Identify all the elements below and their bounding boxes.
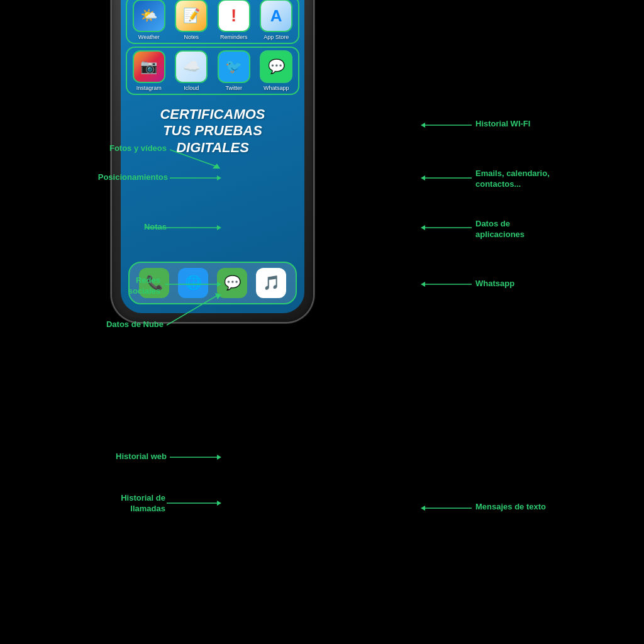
row2-highlight: 🌤️ Weather 📝 Notes ! Reminders A App Sto… [126,0,299,44]
svg-marker-19 [421,225,425,230]
ann-historial-web: Historial web [69,452,167,462]
svg-marker-23 [421,506,425,511]
app-reminders[interactable]: ! Reminders [214,0,253,40]
app-weather[interactable]: 🌤️ Weather [130,0,169,40]
svg-marker-21 [421,282,425,287]
twitter-icon: 🐦 [218,50,250,83]
phone-screen: 12:00 ▌▌▌ 📶 ▬ 🗺️ Maps CAL [121,0,304,313]
weather-icon: 🌤️ [133,0,165,32]
ann-posicionamientos: Posicionamientos [47,172,168,183]
ann-datos-app: Datos deaplicaciones [475,219,525,240]
svg-marker-13 [217,501,221,506]
icloud-label: Icloud [184,85,199,91]
app-notes[interactable]: 📝 Notes [172,0,211,40]
phone-frame: 12:00 ▌▌▌ 📶 ▬ 🗺️ Maps CAL [112,0,313,322]
ann-mensajes: Mensajes de texto [475,502,546,513]
app-row-3: 📷 Instagram ☁️ Icloud 🐦 Twitter 💬 Whatsa… [130,50,296,91]
reminders-label: Reminders [220,34,248,40]
twitter-label: Twitter [225,85,242,91]
ann-whatsapp: Whatsapp [475,279,514,289]
app-row-2: 🌤️ Weather 📝 Notes ! Reminders A App Sto… [130,0,296,40]
app-instagram[interactable]: 📷 Instagram [130,50,169,91]
dock-safari[interactable]: 🌐 [178,268,208,298]
svg-marker-15 [421,123,425,128]
instagram-icon: 📷 [133,50,165,83]
ann-notas: Notas [91,222,167,233]
row3-highlight: 📷 Instagram ☁️ Icloud 🐦 Twitter 💬 Whatsa… [126,47,299,95]
whatsapp-label: Whatsapp [264,85,289,91]
ann-historial-llamadas: Historial dellamadas [53,493,165,514]
weather-label: Weather [138,34,160,40]
reminders-icon: ! [218,0,250,32]
appstore-icon: A [260,0,292,32]
instagram-label: Instagram [136,85,162,91]
svg-marker-17 [421,175,425,180]
icloud-icon: ☁️ [175,50,208,83]
phone-container: 12:00 ▌▌▌ 📶 ▬ 🗺️ Maps CAL [112,0,313,322]
ann-fotos: Fotos y vídeos [57,143,167,154]
app-whatsapp[interactable]: 💬 Whatsapp [257,50,296,91]
whatsapp-icon: 💬 [260,50,292,83]
notes-icon: 📝 [175,0,208,32]
svg-marker-11 [217,455,221,460]
app-icloud[interactable]: ☁️ Icloud [172,50,211,91]
appstore-label: App Store [264,34,289,40]
app-appstore[interactable]: A App Store [257,0,296,40]
ann-emails: Emails, calendario,contactos... [475,169,550,190]
dock-music[interactable]: 🎵 [256,268,286,298]
app-twitter[interactable]: 🐦 Twitter [214,50,253,91]
dock-messages[interactable]: 💬 [217,268,247,298]
ann-redes: Redessociales [63,275,160,297]
notes-label: Notes [184,34,199,40]
ann-nube: Datos de Nube [66,319,164,330]
ann-wifi: Historial WI-FI [475,119,530,130]
